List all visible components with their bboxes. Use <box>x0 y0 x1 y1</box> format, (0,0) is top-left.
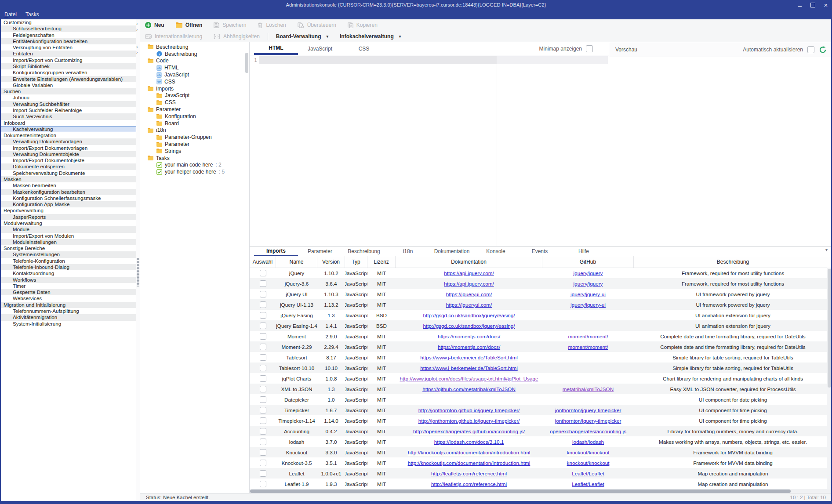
horizontal-scrollbar-thumb[interactable] <box>250 489 791 493</box>
row-checkbox[interactable] <box>260 449 266 456</box>
toolbar-button-infokachelverwaltung[interactable]: Infokachelverwaltung▾ <box>340 33 401 40</box>
sidebar-item-verwaltung-suchbeh-lter[interactable]: Verwaltung Suchbehälter <box>0 101 136 107</box>
tree-item-parameter-gruppen[interactable]: Parameter-Gruppen <box>140 134 249 141</box>
table-row-jquery-3-6[interactable]: jQuery-3.63.6.4JavaScriptMIThttps://api.… <box>250 278 832 289</box>
table-row-jquery-ui-1-13[interactable]: jQuery UI-1.131.13.2JavaScriptMIThttps:/… <box>250 299 832 310</box>
sidebar-section-infoboard[interactable]: Infoboard <box>0 120 136 126</box>
sidebar-section-sonstige-bereiche[interactable]: Sonstige Bereiche <box>0 245 136 251</box>
tree-item-your-helper-code-here[interactable]: your helper code here : 5 <box>140 168 249 175</box>
toolbar-button-l-schen[interactable]: Löschen <box>258 22 286 28</box>
sidebar-item-telefonie-inbound-dialog[interactable]: Telefonie-Inbound-Dialog <box>0 264 136 270</box>
vertical-scrollbar-thumb[interactable] <box>828 269 831 388</box>
row-checkbox[interactable] <box>260 407 266 413</box>
row-checkbox[interactable] <box>260 375 266 382</box>
github-link[interactable]: jquery/jquery <box>574 281 603 286</box>
tree-scrollbar-thumb[interactable] <box>245 53 248 73</box>
sidebar-item-import-export-dokumentobjekte[interactable]: Import/Export Dokumentobjekte <box>0 157 136 163</box>
github-link[interactable]: lodash/lodash <box>572 439 604 445</box>
documentation-link[interactable]: https://momentjs.com/docs/ <box>438 344 500 350</box>
sidebar-item-kontaktzuordnung[interactable]: Kontaktzuordnung <box>0 270 136 276</box>
documentation-link[interactable]: https://jqueryui.com/ <box>446 291 492 297</box>
documentation-link[interactable]: http://gsgd.co.uk/sandbox/jquery/easing/ <box>423 323 515 329</box>
auto-refresh-checkbox[interactable] <box>807 46 814 53</box>
row-checkbox[interactable] <box>260 439 266 445</box>
table-row-xml-to-json[interactable]: XML to JSON1.3JavaScriptMIThttps://githu… <box>250 384 832 394</box>
table-row-knockout[interactable]: Knockout3.3.0JavaScriptMIThttp://knockou… <box>250 447 832 457</box>
bottom-tab-beschreibung[interactable]: Beschreibung <box>342 247 386 256</box>
tree-item-css[interactable]: CSS <box>140 99 249 106</box>
tree-item-html[interactable]: </>HTML <box>140 64 249 71</box>
documentation-link[interactable]: http://www.jqplot.com/docs/files/usage-t… <box>400 376 538 381</box>
github-link[interactable]: jquery/jquery-ui <box>570 291 606 297</box>
row-checkbox[interactable] <box>260 365 266 371</box>
table-row-jquery-easing[interactable]: jQuery Easing1.3JavaScriptBSDhttp://gsgd… <box>250 310 832 320</box>
sidebar-item-systemeinstellungen[interactable]: Systemeinstellungen <box>0 251 136 257</box>
table-row-datepicker[interactable]: Datepicker1.0JavaScriptMITUI component f… <box>250 394 832 405</box>
sidebar-item-verwaltung-dokumentvorlagen[interactable]: Verwaltung Dokumentvorlagen <box>0 138 136 145</box>
table-row-jquery-easing-1-4[interactable]: jQuery Easing-1.41.4.1JavaScriptBSDhttp:… <box>250 320 832 331</box>
sidebar-item-erweiterte-einstellungen-anwendungsvariablen[interactable]: Erweiterte Einstellungen (Anwendungsvari… <box>0 76 136 82</box>
github-link[interactable]: moment/moment/ <box>568 334 608 339</box>
column-header-github[interactable]: GitHub <box>542 256 634 268</box>
sidebar-item-import-export-von-customizing[interactable]: Import/Export von Customizing <box>0 57 136 63</box>
toolbar-button-internationalisierung[interactable]: Internationalisierung <box>145 33 202 40</box>
sidebar-item-konfigurationsgruppen-verwalten[interactable]: Konfigurationsgruppen verwalten <box>0 69 136 76</box>
documentation-link[interactable]: https://lodash.com/docs/3.10.1 <box>434 439 504 445</box>
sidebar-item-module[interactable]: Module <box>0 226 136 232</box>
github-link[interactable]: knockout/knockout <box>567 460 610 466</box>
table-row-timepicker[interactable]: Timepicker1.6.7JavaScriptMIThttp://jonth… <box>250 405 832 415</box>
table-row-jquery[interactable]: jQuery1.10.2JavaScriptMIThttps://api.jqu… <box>250 268 832 278</box>
editor-tab-css[interactable]: CSS <box>342 42 386 55</box>
row-checkbox[interactable] <box>260 460 266 466</box>
table-row-accounting[interactable]: Accounting0.4.2JavaScriptMIThttp://opene… <box>250 426 832 436</box>
github-link[interactable]: jquery/jquery-ui <box>570 302 606 308</box>
editor-tab-html[interactable]: HTML <box>254 42 298 55</box>
documentation-link[interactable]: https://github.com/metatribal/xmlToJSON <box>422 386 516 392</box>
toolbar-button-bersteuern[interactable]: Übersteuern <box>298 22 336 28</box>
row-checkbox[interactable] <box>260 417 266 424</box>
tree-item-javascript[interactable]: JavaScript <box>140 92 249 99</box>
documentation-link[interactable]: http://leafletjs.com/reference.html <box>431 471 507 476</box>
sidebar-section-migration-und-initialisierung[interactable]: Migration und Initialisierung <box>0 302 136 308</box>
github-link[interactable]: openexchangerates/accounting.js <box>550 428 626 434</box>
sidebar-section-suchen[interactable]: Suchen <box>0 88 136 94</box>
close-button[interactable]: × <box>822 1 829 8</box>
tree-item-javascript[interactable]: </>JavaScript <box>140 71 249 78</box>
tree-item-strings[interactable]: Strings <box>140 148 249 155</box>
column-header-beschreibung[interactable]: Beschreibung <box>634 256 832 268</box>
table-row-tablesort-10-10[interactable]: Tablesort-10.1010.10JavaScriptMIThttps:/… <box>250 363 832 373</box>
table-row-timepicker-1-14[interactable]: Timepicker-1.141.14.0JavaScriptMIThttp:/… <box>250 415 832 426</box>
row-checkbox[interactable] <box>260 333 266 340</box>
minimap-checkbox[interactable] <box>586 45 593 52</box>
sidebar-item-workflows[interactable]: Workflows <box>0 277 136 283</box>
bottom-tab-i18n[interactable]: i18n <box>386 247 430 256</box>
toolbar-button-kopieren[interactable]: Kopieren <box>348 22 378 28</box>
table-row-jqplot-charts[interactable]: jqPlot Charts1.0.8JavaScriptMIThttp://ww… <box>250 373 832 384</box>
column-header-auswahl[interactable]: Auswahl <box>250 256 276 268</box>
sidebar-item-moduleinstellungen[interactable]: Moduleinstellungen <box>0 239 136 245</box>
row-checkbox[interactable] <box>260 428 266 435</box>
sidebar-item-dokumente-entsperren[interactable]: Dokumente entsperren <box>0 163 136 170</box>
sidebar-item-webservices[interactable]: Webservices <box>0 295 136 301</box>
documentation-link[interactable]: https://api.jquery.com/ <box>444 270 494 276</box>
documentation-link[interactable]: https://www.j-berkemeier.de/TableSort.ht… <box>420 365 518 371</box>
documentation-link[interactable]: http://jonthornton.github.io/jquery-time… <box>418 418 520 424</box>
sidebar-item-konfiguration-schnellerfassungsmaske[interactable]: Konfiguration Schnellerfassungsmaske <box>0 195 136 201</box>
sidebar-item-entit-tenkonfiguration-bearbeiten[interactable]: Entitätenkonfiguration bearbeiten <box>0 38 136 44</box>
tree-item-parameter[interactable]: Parameter <box>140 106 249 113</box>
code-area[interactable]: 1 <box>250 55 609 246</box>
github-link[interactable]: moment/moment/ <box>568 344 608 350</box>
column-header-dokumentation[interactable]: Dokumentation <box>396 256 542 268</box>
expand-right-icon[interactable]: › <box>136 51 138 55</box>
column-header-version[interactable]: Version <box>317 256 345 268</box>
bottom-tab-imports[interactable]: Imports <box>254 247 298 256</box>
table-row-tablesort[interactable]: Tablesort8.17JavaScriptMIThttps://www.j-… <box>250 352 832 363</box>
documentation-link[interactable]: http://openexchangerates.github.io/accou… <box>413 428 525 434</box>
minimize-button[interactable] <box>796 1 803 8</box>
documentation-link[interactable]: http://leafletjs.com/reference.html <box>431 481 507 487</box>
bottom-tab-konsole[interactable]: Konsole <box>474 247 518 256</box>
documentation-link[interactable]: https://www.j-berkemeier.de/TableSort.ht… <box>420 355 518 360</box>
sidebar-item-import-export-von-modulen[interactable]: Import/Export von Modulen <box>0 233 136 239</box>
tree-item-beschreibung[interactable]: iBeschreibung <box>140 51 249 58</box>
row-checkbox[interactable] <box>260 354 266 361</box>
